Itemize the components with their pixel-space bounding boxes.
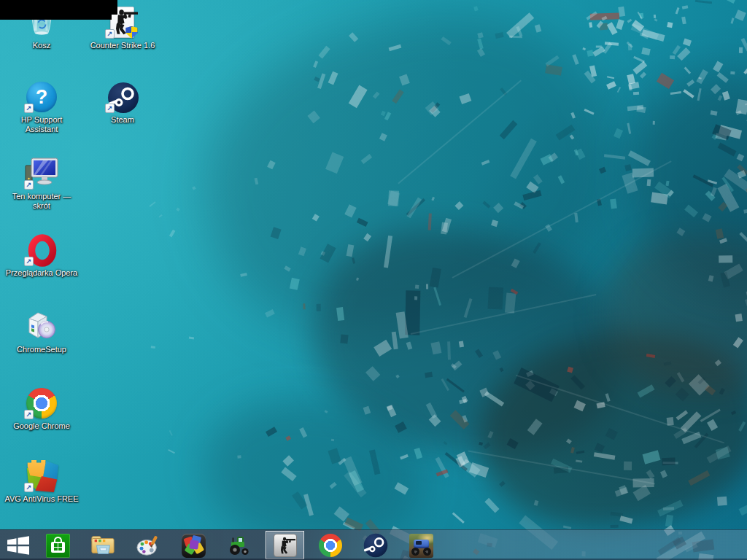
wallpaper-shard [670,55,675,59]
computer-icon [24,157,59,190]
icon-label: AVG AntiVirus FREE [4,494,78,504]
wallpaper-shard [633,92,639,95]
shortcut-arrow-icon [24,180,34,190]
wallpaper-shard [654,15,656,18]
wallpaper-shard [633,61,648,74]
wallpaper-shard [316,304,320,311]
wallpaper-shard [667,22,673,28]
taskbar-chrome-button[interactable] [318,533,343,558]
taskbar-windows-store-button[interactable] [45,533,70,558]
wallpaper-shard [731,18,735,23]
chrome-icon [319,534,342,557]
wallpaper-shard [623,462,631,470]
wallpaper-shard [150,346,155,348]
wallpaper-shard [681,17,686,25]
desktop-icon-steam[interactable]: Steam [82,80,163,125]
avg-antivirus-icon [24,459,59,493]
wallpaper-shard [237,455,241,458]
taskbar-file-explorer-button[interactable] [90,533,115,558]
wallpaper-shard [743,209,747,214]
start-button[interactable] [6,533,31,558]
wallpaper-shard [176,207,179,211]
wallpaper-shard [189,336,195,338]
file-explorer-icon [90,534,115,557]
wallpaper-shard [606,81,616,89]
wallpaper-shard [717,497,727,506]
wallpaper-shard [713,61,723,71]
icon-label: HP Support Assistant [15,115,69,134]
wallpaper-shard [473,6,478,11]
wallpaper-shard [405,290,420,335]
opera-icon [24,233,59,267]
wallpaper-shard [735,314,743,322]
wallpaper-shard [730,71,735,75]
wallpaper-shard [452,512,465,523]
wallpaper-shard [675,7,679,14]
shortcut-arrow-icon [24,483,34,492]
icon-label: Steam [111,115,134,125]
wallpaper-shard [595,46,601,48]
wallpaper-shard [150,202,156,208]
wallpaper-shard [637,106,646,113]
puzzle-game-icon [182,534,206,558]
icon-label: Przeglądarka Opera [6,268,77,278]
wallpaper-shard [336,307,344,321]
taskbar-steam-button[interactable] [363,533,388,558]
wallpaper-shard [738,498,747,516]
wallpaper-shard [682,6,689,9]
wallpaper-shard [639,72,646,79]
wallpaper-shard [303,304,306,310]
chrome-icon [24,386,59,420]
wallpaper-shard [695,0,712,4]
wallpaper-shard [331,439,334,442]
desktop: Kosz Counter Strike 1.6 HP Support Assis… [0,0,747,560]
wallpaper-shard [713,0,737,3]
wallpaper-shard [447,342,451,360]
taskbar [0,529,747,560]
redaction-bar [0,0,117,20]
wallpaper-shard [683,38,692,46]
wallpaper-shard [662,458,676,466]
taskbar-paint-button[interactable] [136,533,160,558]
wallpaper-shard [168,448,175,454]
wallpaper-shard [488,287,503,309]
wallpaper-shard [641,47,651,55]
steam-icon [363,533,388,558]
wallpaper-shard [169,430,172,436]
windows-logo-icon [6,534,31,556]
shortcut-arrow-icon [24,104,34,113]
taskbar-truck-game-button[interactable] [409,533,433,558]
taskbar-counter-strike-button[interactable] [266,531,304,559]
taskbar-tractor-game-button[interactable] [226,533,251,558]
taskbar-puzzle-game-button[interactable] [181,533,206,558]
desktop-icon-chromesetup[interactable]: ChromeSetup [1,310,82,354]
wallpaper-shard [415,284,419,288]
wallpaper-shard [414,297,417,300]
paint-icon [136,534,160,557]
shortcut-arrow-icon [105,104,115,113]
wallpaper-shard [744,66,747,74]
hp-support-icon [24,80,59,114]
desktop-icon-opera[interactable]: Przeglądarka Opera [1,233,82,278]
wallpaper-shard [647,179,651,186]
desktop-icon-google-chrome[interactable]: Google Chrome [1,386,82,431]
counter-strike-icon [274,534,297,557]
wallpaper-shard [653,121,655,125]
windows-store-icon [46,534,70,558]
wallpaper-shard [582,47,586,50]
wallpaper-shard [618,7,624,17]
wallpaper-shard [739,47,743,53]
wallpaper-shard [192,186,196,190]
wallpaper-shard [627,74,635,84]
wallpaper-shard [340,334,348,343]
wallpaper-shard [607,76,614,79]
wallpaper-shard [654,18,657,22]
desktop-icon-avg[interactable]: AVG AntiVirus FREE [1,459,82,504]
icon-label: Kosz [33,41,50,50]
wallpaper-shard [665,515,673,527]
desktop-icon-hp-support[interactable]: HP Support Assistant [1,80,82,134]
wallpaper-shard [616,86,621,93]
icon-label: Ten komputer — skrót [6,192,77,211]
desktop-icon-this-pc[interactable]: Ten komputer — skrót [1,157,82,211]
wallpaper-shard [614,128,623,139]
